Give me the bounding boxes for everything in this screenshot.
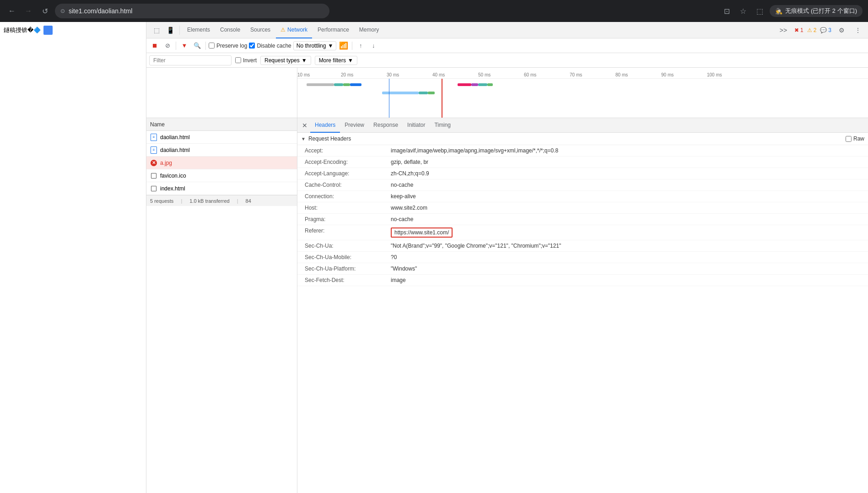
invert-checkbox[interactable]: Invert	[235, 57, 257, 64]
browser-actions: ⊡ ☆ ⬚ 🕵 无痕模式 (已打开 2 个窗口)	[720, 5, 863, 17]
site-icon: ⊙	[60, 8, 65, 14]
warning-icon: ⚠	[807, 27, 812, 33]
tab-timing[interactable]: Timing	[430, 118, 455, 133]
tick-70ms: 70 ms	[570, 72, 582, 77]
file-item-ajpg[interactable]: ✕ a.jpg	[146, 157, 297, 169]
address-bar[interactable]: ⊙ site1.com/daolian.html	[55, 4, 329, 18]
tl-bar-2	[334, 83, 343, 86]
tab-initiator[interactable]: Initiator	[403, 118, 430, 133]
warning-badge[interactable]: ⚠ 2	[807, 27, 817, 33]
upload-icon[interactable]: ↑	[355, 40, 366, 51]
header-row-sec-ch-ua: Sec-Ch-Ua: "Not A(Brand";v="99", "Google…	[297, 240, 868, 252]
search-button[interactable]: 🔍	[192, 40, 203, 51]
bookmark-button[interactable]: ☆	[737, 5, 749, 17]
tl-bar-10	[478, 83, 487, 86]
close-details-button[interactable]: ✕	[299, 120, 310, 131]
header-row-connection: Connection: keep-alive	[297, 191, 868, 202]
more-filters-button[interactable]: More filters ▼	[315, 56, 357, 65]
header-row-accept-encoding: Accept-Encoding: gzip, deflate, br	[297, 157, 868, 168]
status-sep-2: |	[237, 198, 238, 204]
tick-100ms: 100 ms	[707, 72, 722, 77]
file-icon-error: ✕	[150, 159, 157, 167]
doc-icon-1: ≡	[151, 134, 157, 141]
stop-recording-button[interactable]: ⏹	[149, 40, 160, 51]
tab-memory[interactable]: Memory	[355, 22, 383, 38]
tl-bar-5	[382, 92, 419, 94]
header-row-referer: Referer: https://www.site1.com/	[297, 225, 868, 240]
raw-checkbox[interactable]: Raw	[846, 135, 864, 142]
file-item-favicon[interactable]: favicon.ico	[146, 169, 297, 182]
tl-bar-1	[307, 83, 334, 86]
tl-bar-11	[487, 83, 493, 86]
timeline-area: 10 ms 20 ms 30 ms 40 ms 50 ms 60 ms 70 m…	[146, 68, 868, 118]
file-item-index[interactable]: index.html	[146, 182, 297, 195]
request-types-arrow-icon: ▼	[302, 57, 307, 64]
tl-bar-4	[350, 83, 361, 86]
more-tabs-button[interactable]: >>	[777, 24, 790, 37]
disable-cache-checkbox[interactable]: Disable cache	[249, 43, 291, 49]
clear-button[interactable]: ⊘	[162, 40, 173, 51]
tablet-button[interactable]: ⬚	[753, 5, 766, 17]
preserve-log-input[interactable]	[209, 43, 215, 49]
tab-network[interactable]: ⚠ Network	[276, 22, 312, 38]
devtools-toolbar: ⬚ 📱 Elements Console Sources ⚠ Network P…	[146, 22, 868, 38]
invert-input[interactable]	[235, 57, 241, 63]
favicon-icon	[43, 26, 53, 35]
webpage-area: 鐩稿摱锛�🔷	[0, 22, 146, 493]
error-badge[interactable]: ✖ 1	[794, 27, 803, 33]
request-types-button[interactable]: Request types ▼	[260, 56, 311, 65]
download-icon[interactable]: ↓	[368, 40, 379, 51]
incognito-badge: 🕵 无痕模式 (已打开 2 个窗口)	[770, 5, 863, 17]
header-row-sec-ch-ua-mobile: Sec-Ch-Ua-Mobile: ?0	[297, 252, 868, 263]
throttle-select[interactable]: No throttling ▼	[293, 41, 337, 50]
tab-sources[interactable]: Sources	[246, 22, 275, 38]
browser-chrome: ← → ↺ ⊙ site1.com/daolian.html ⊡ ☆ ⬚ 🕵 无…	[0, 0, 868, 22]
inspect-element-button[interactable]: ⬚	[150, 24, 163, 37]
back-button[interactable]: ←	[5, 5, 18, 17]
header-row-accept-language: Accept-Language: zh-CN,zh;q=0.9	[297, 168, 868, 179]
tl-bar-6	[419, 92, 428, 94]
file-item-daolian2[interactable]: ≡ daolian.html	[146, 144, 297, 157]
status-sep-1: |	[181, 198, 182, 204]
tab-favicon: 鐩稿摱锛�🔷	[4, 26, 53, 35]
refresh-button[interactable]: ↺	[38, 5, 51, 17]
message-badge[interactable]: 💬 3	[820, 27, 831, 33]
settings-button[interactable]: ⚙	[835, 24, 848, 37]
header-row-cache-control: Cache-Control: no-cache	[297, 179, 868, 191]
wifi-icon[interactable]: 📶	[338, 40, 349, 51]
forward-button[interactable]: →	[22, 5, 35, 17]
file-icon-doc1: ≡	[150, 134, 157, 141]
tab-headers[interactable]: Headers	[310, 118, 340, 133]
device-toolbar-button[interactable]: 📱	[164, 24, 177, 37]
translate-button[interactable]: ⊡	[720, 5, 733, 17]
page-area: 鐩稿摱锛�🔷 ⬚ 📱 Elements Console Sources ⚠ Ne…	[0, 22, 868, 493]
header-row-sec-fetch-dest: Sec-Fetch-Dest: image	[297, 275, 868, 286]
tl-bar-8	[458, 83, 471, 86]
timeline-red-line	[442, 79, 442, 118]
tick-10ms: 10 ms	[297, 72, 310, 77]
url-text: site1.com/daolian.html	[69, 7, 132, 15]
more-filters-arrow-icon: ▼	[348, 57, 353, 64]
toolbar-separator-4	[352, 42, 352, 50]
tab-elements[interactable]: Elements	[183, 22, 215, 38]
tick-40ms: 40 ms	[432, 72, 445, 77]
section-toggle-icon[interactable]: ▼	[301, 136, 306, 141]
tick-90ms: 90 ms	[661, 72, 674, 77]
doc-icon-2: ≡	[151, 146, 157, 154]
details-tabs: ✕ Headers Preview Response Initiator Tim…	[297, 118, 868, 133]
tab-response[interactable]: Response	[369, 118, 403, 133]
customize-button[interactable]: ⋮	[852, 24, 864, 37]
filter-input[interactable]	[149, 55, 232, 65]
preserve-log-checkbox[interactable]: Preserve log	[209, 43, 247, 49]
disable-cache-input[interactable]	[249, 43, 255, 49]
tl-bar-3	[343, 83, 350, 86]
network-warning-icon: ⚠	[280, 27, 286, 33]
file-item-daolian1[interactable]: ≡ daolian.html	[146, 131, 297, 144]
tab-preview[interactable]: Preview	[340, 118, 369, 133]
tab-console[interactable]: Console	[216, 22, 245, 38]
square-icon-1	[151, 173, 156, 179]
filter-toggle-button[interactable]: ▼	[179, 40, 190, 51]
timeline-ruler: 10 ms 20 ms 30 ms 40 ms 50 ms 60 ms 70 m…	[297, 68, 868, 79]
raw-input[interactable]	[846, 136, 852, 142]
tab-performance[interactable]: Performance	[313, 22, 354, 38]
